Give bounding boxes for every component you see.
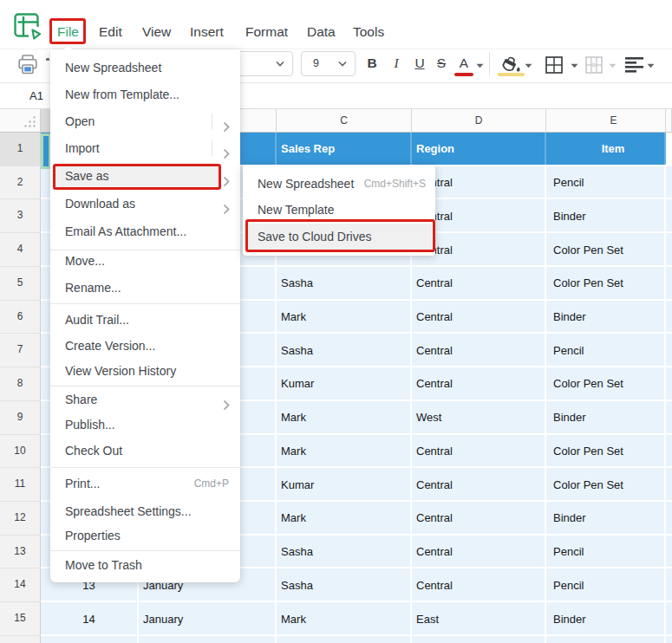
menu-data[interactable]: Data bbox=[307, 19, 336, 44]
borders-icon[interactable] bbox=[545, 56, 563, 74]
selected-cell-a1[interactable] bbox=[41, 133, 51, 170]
cell-e8[interactable]: Color Pen Set bbox=[546, 367, 666, 399]
cell-c7[interactable]: Sasha bbox=[277, 334, 412, 366]
cell-c10[interactable]: Mark bbox=[277, 435, 412, 467]
cell-f4[interactable] bbox=[666, 233, 672, 265]
cell-f5[interactable] bbox=[666, 267, 672, 299]
menu-file[interactable]: File bbox=[57, 19, 79, 44]
submenu-item-new-spreadsheet[interactable]: New SpreadsheetCmd+Shift+S bbox=[243, 171, 435, 198]
row-header-8[interactable]: 8 bbox=[0, 367, 41, 401]
row-header-14[interactable]: 14 bbox=[0, 568, 41, 602]
menu-format[interactable]: Format bbox=[245, 19, 288, 44]
row-header-6[interactable]: 6 bbox=[0, 301, 41, 334]
cell-b15[interactable]: January bbox=[139, 602, 277, 634]
menu-tools[interactable]: Tools bbox=[353, 19, 384, 44]
file-menu-item-save-as[interactable]: Save as bbox=[50, 163, 240, 190]
borders-menu-caret-icon[interactable] bbox=[571, 63, 578, 68]
cell-e11[interactable]: Color Pen Set bbox=[546, 468, 666, 500]
cell-d8[interactable]: Central bbox=[412, 367, 546, 399]
menu-view[interactable]: View bbox=[142, 19, 171, 44]
cell-f1[interactable] bbox=[666, 133, 672, 165]
cell-f3[interactable] bbox=[666, 199, 672, 231]
file-menu-item-share[interactable]: Share bbox=[50, 386, 240, 413]
cell-d15[interactable]: East bbox=[412, 602, 546, 634]
file-menu-item-download-as[interactable]: Download as bbox=[50, 191, 240, 218]
cell-c15[interactable]: Mark bbox=[277, 602, 412, 634]
cell-e13[interactable]: Pencil bbox=[546, 536, 666, 568]
underline-button[interactable]: U bbox=[409, 53, 430, 75]
cell-f15[interactable] bbox=[666, 602, 672, 634]
column-header-d[interactable]: D bbox=[412, 109, 546, 133]
row-header-13[interactable]: 13 bbox=[0, 536, 41, 569]
cell-e4[interactable]: Color Pen Set bbox=[546, 233, 666, 265]
file-menu-item-properties[interactable]: Properties bbox=[50, 523, 240, 549]
cell-f7[interactable] bbox=[666, 334, 672, 366]
cell-c5[interactable]: Sasha bbox=[277, 267, 412, 299]
strikethrough-button[interactable]: S bbox=[431, 53, 452, 75]
file-menu-item-rename[interactable]: Rename... bbox=[50, 275, 240, 302]
row-header-5[interactable]: 5 bbox=[0, 267, 41, 301]
file-menu-item-view-version-history[interactable]: View Version History bbox=[50, 358, 240, 385]
cell-a16[interactable] bbox=[41, 636, 139, 643]
cell-d1[interactable]: Region bbox=[412, 133, 546, 165]
row-header-10[interactable]: 10 bbox=[0, 435, 41, 469]
cell-d10[interactable]: Central bbox=[412, 435, 546, 467]
cell-e2[interactable]: Pencil bbox=[546, 166, 666, 198]
file-menu-item-new-from-template[interactable]: New from Template... bbox=[50, 81, 240, 108]
cell-f14[interactable] bbox=[666, 568, 672, 601]
cell-c8[interactable]: Kumar bbox=[277, 367, 412, 399]
cell-c11[interactable]: Kumar bbox=[277, 468, 412, 500]
cell-c1[interactable]: Sales Rep bbox=[277, 133, 412, 165]
cell-e16[interactable] bbox=[546, 636, 666, 643]
cell-e10[interactable]: Color Pen Set bbox=[546, 435, 666, 467]
cell-a15[interactable]: 14 bbox=[41, 602, 139, 634]
cell-f8[interactable] bbox=[666, 367, 672, 399]
cell-c14[interactable]: Sasha bbox=[277, 568, 412, 601]
cell-e6[interactable]: Binder bbox=[546, 301, 666, 333]
row-header-2[interactable]: 2 bbox=[0, 166, 41, 200]
print-icon[interactable] bbox=[18, 55, 37, 75]
cell-e12[interactable]: Binder bbox=[546, 502, 666, 534]
bold-button[interactable]: B bbox=[362, 53, 382, 75]
cell-d9[interactable]: West bbox=[412, 401, 546, 433]
cell-d5[interactable]: Central bbox=[412, 267, 546, 299]
font-size-dropdown[interactable]: 9 bbox=[301, 51, 356, 76]
cell-c6[interactable]: Mark bbox=[277, 301, 412, 333]
fill-color-menu-caret-icon[interactable] bbox=[525, 63, 532, 68]
cell-d11[interactable]: Central bbox=[412, 468, 546, 500]
cell-d7[interactable]: Central bbox=[412, 334, 546, 366]
file-menu-item-audit-trail[interactable]: Audit Trail... bbox=[50, 307, 240, 334]
cell-f13[interactable] bbox=[666, 536, 672, 568]
cell-f10[interactable] bbox=[666, 435, 672, 467]
file-menu-item-check-out[interactable]: Check Out bbox=[50, 438, 240, 464]
cell-e5[interactable]: Color Pen Set bbox=[546, 267, 666, 299]
cell-e14[interactable]: Pencil bbox=[546, 568, 666, 601]
fill-color-icon[interactable] bbox=[499, 55, 522, 75]
cell-b16[interactable] bbox=[139, 636, 277, 643]
row-header-3[interactable]: 3 bbox=[0, 199, 41, 233]
file-menu-item-email-as-attachment[interactable]: Email As Attachment... bbox=[50, 218, 240, 245]
submenu-item-new-template[interactable]: New Template bbox=[243, 197, 435, 224]
row-header-12[interactable]: 12 bbox=[0, 502, 41, 536]
cell-d14[interactable]: Central bbox=[412, 568, 546, 601]
cell-e7[interactable]: Pencil bbox=[546, 334, 666, 366]
select-all-corner[interactable] bbox=[0, 109, 41, 133]
cell-e3[interactable]: Binder bbox=[546, 199, 666, 231]
cell-f11[interactable] bbox=[666, 468, 672, 500]
row-header-4[interactable]: 4 bbox=[0, 233, 41, 267]
row-header-1[interactable]: 1 bbox=[0, 133, 41, 166]
italic-button[interactable]: I bbox=[386, 53, 407, 75]
row-header-15[interactable]: 15 bbox=[0, 602, 41, 636]
file-menu-item-spreadsheet-settings[interactable]: Spreadsheet Settings... bbox=[50, 498, 240, 525]
file-menu-item-publish[interactable]: Publish... bbox=[50, 412, 240, 438]
cell-f2[interactable] bbox=[666, 166, 672, 198]
cell-d13[interactable]: Central bbox=[412, 536, 546, 568]
cell-f9[interactable] bbox=[666, 401, 672, 433]
cell-e9[interactable]: Binder bbox=[546, 401, 666, 433]
cell-e15[interactable]: Binder bbox=[546, 602, 666, 634]
file-menu-item-import[interactable]: Import bbox=[50, 135, 240, 162]
cell-c12[interactable]: Mark bbox=[277, 502, 412, 534]
horizontal-align-icon[interactable] bbox=[625, 57, 644, 73]
file-menu-item-move[interactable]: Move... bbox=[50, 248, 240, 275]
cell-f6[interactable] bbox=[666, 301, 672, 333]
